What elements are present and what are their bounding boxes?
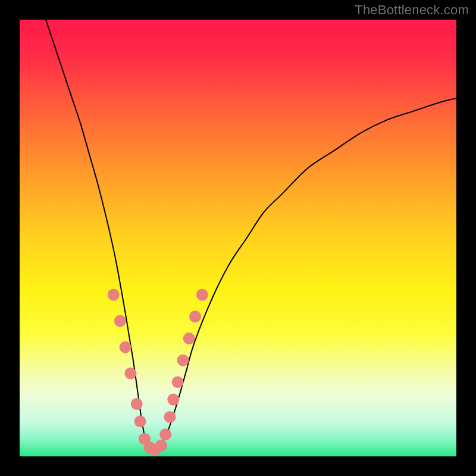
highlight-dot [108,289,120,300]
chart-frame: TheBottleneck.com [0,0,476,476]
highlight-dot [177,355,189,367]
highlight-dot [183,333,195,345]
gradient-background [20,20,456,456]
highlight-dot [134,415,146,427]
highlight-dot [164,411,176,423]
highlight-dot [114,315,126,327]
highlight-dot [167,394,179,406]
highlight-dot [189,311,201,322]
bottleneck-chart [20,20,456,456]
highlight-dot [131,398,143,410]
highlight-dot [124,368,136,380]
watermark-text: TheBottleneck.com [355,2,469,18]
highlight-dot [172,376,184,388]
highlight-dot [155,440,167,452]
highlight-dot [159,428,171,440]
highlight-dot [120,342,131,353]
highlight-dot [196,289,208,300]
